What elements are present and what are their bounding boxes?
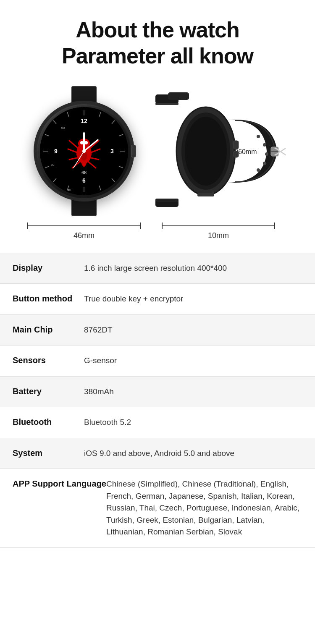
svg-text:260mm: 260mm bbox=[234, 148, 257, 155]
front-dimension-label: 46mm bbox=[74, 231, 94, 240]
spec-label-3: Sensors bbox=[13, 355, 84, 365]
spec-row-0: Display1.6 inch large screen resolution … bbox=[0, 253, 315, 284]
spec-label-7: APP Support Language bbox=[13, 478, 106, 489]
svg-text:50: 50 bbox=[61, 126, 65, 130]
spec-value-4: 380mAh bbox=[84, 386, 114, 398]
watch-side-svg: 260mm bbox=[151, 86, 286, 216]
svg-rect-66 bbox=[155, 199, 178, 202]
specs-table: Display1.6 inch large screen resolution … bbox=[0, 253, 315, 548]
watch-crown bbox=[131, 145, 136, 157]
spec-row-2: Main Chip8762DT bbox=[0, 315, 315, 346]
spec-row-7: APP Support LanguageChinese (Simplified)… bbox=[0, 469, 315, 548]
spec-label-5: Bluetooth bbox=[13, 416, 84, 427]
svg-text:20: 20 bbox=[110, 188, 113, 192]
spec-value-0: 1.6 inch large screen resolution 400*400 bbox=[84, 262, 227, 275]
spec-value-6: iOS 9.0 and above, Android 5.0 and above bbox=[84, 448, 234, 460]
dim-center-line bbox=[28, 225, 140, 226]
svg-text:68: 68 bbox=[81, 170, 87, 175]
page-title: About the watch Parameter all know bbox=[17, 17, 298, 69]
watch-front-view: 12 09 3 9 6 68 50 40 30 20 bbox=[27, 86, 141, 240]
spec-row-3: SensorsG-sensor bbox=[0, 346, 315, 377]
spec-value-5: Bluetooth 5.2 bbox=[84, 416, 131, 429]
svg-text:30: 30 bbox=[51, 163, 55, 167]
spec-label-2: Main Chip bbox=[13, 324, 84, 335]
svg-text:3: 3 bbox=[110, 148, 114, 154]
watch-circle: 12 09 3 9 6 68 50 40 30 20 bbox=[34, 101, 134, 202]
svg-text:40: 40 bbox=[68, 188, 71, 192]
svg-point-59 bbox=[257, 168, 260, 172]
svg-rect-47 bbox=[155, 103, 178, 105]
dim-end-right bbox=[140, 223, 141, 229]
side-dim-center-line bbox=[163, 225, 274, 226]
svg-line-63 bbox=[281, 152, 286, 155]
svg-point-56 bbox=[263, 143, 266, 147]
watch-face-container: 12 09 3 9 6 68 50 40 30 20 bbox=[27, 86, 141, 216]
side-dim-end-right bbox=[274, 223, 275, 229]
spec-value-3: G-sensor bbox=[84, 355, 117, 367]
spec-row-6: SystemiOS 9.0 and above, Android 5.0 and… bbox=[0, 438, 315, 469]
svg-text:12: 12 bbox=[81, 118, 87, 124]
side-dimension-line: 10mm bbox=[162, 220, 275, 240]
spec-label-0: Display bbox=[13, 262, 84, 273]
svg-rect-54 bbox=[197, 193, 214, 196]
side-dimension-label: 10mm bbox=[208, 231, 229, 240]
watch-inner-face: 12 09 3 9 6 68 50 40 30 20 bbox=[40, 107, 128, 195]
svg-text:6: 6 bbox=[82, 177, 86, 184]
watch-side-view: 260mm 10mm bbox=[149, 86, 288, 240]
page-header: About the watch Parameter all know bbox=[0, 0, 315, 78]
svg-point-57 bbox=[265, 152, 268, 156]
svg-text:9: 9 bbox=[54, 148, 58, 154]
watch-side-container: 260mm bbox=[149, 86, 288, 216]
spec-value-7: Chinese (Simplified), Chinese (Tradition… bbox=[106, 478, 302, 538]
svg-point-55 bbox=[257, 135, 260, 138]
svg-point-45 bbox=[82, 149, 86, 153]
spec-value-1: True double key + encryptor bbox=[84, 293, 183, 305]
spec-label-1: Button method bbox=[13, 293, 84, 304]
svg-rect-48 bbox=[168, 92, 189, 100]
spec-row-1: Button methodTrue double key + encryptor bbox=[0, 284, 315, 315]
front-dimension-line: 46mm bbox=[27, 220, 141, 240]
spec-label-4: Battery bbox=[13, 386, 84, 396]
svg-line-62 bbox=[281, 148, 286, 152]
svg-rect-52 bbox=[234, 141, 239, 149]
spec-label-6: System bbox=[13, 448, 84, 458]
svg-point-51 bbox=[185, 117, 227, 186]
watch-images-section: 12 09 3 9 6 68 50 40 30 20 bbox=[0, 78, 315, 240]
svg-point-58 bbox=[263, 162, 266, 165]
spec-value-2: 8762DT bbox=[84, 324, 113, 336]
svg-point-38 bbox=[80, 141, 84, 144]
watch-face-svg: 12 09 3 9 6 68 50 40 30 20 bbox=[40, 107, 128, 195]
svg-point-39 bbox=[84, 141, 88, 144]
spec-row-4: Battery380mAh bbox=[0, 377, 315, 408]
spec-row-5: BluetoothBluetooth 5.2 bbox=[0, 407, 315, 438]
